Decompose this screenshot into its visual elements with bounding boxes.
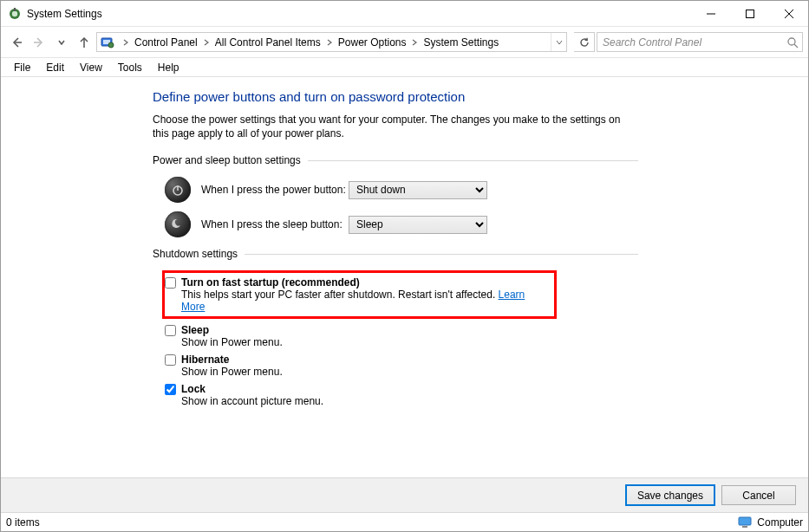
- divider: [308, 160, 638, 161]
- sleep-button-label: When I press the sleep button:: [201, 218, 349, 230]
- window-controls: [691, 1, 808, 26]
- svg-point-1: [12, 10, 17, 16]
- search-input[interactable]: [597, 36, 783, 49]
- menu-tools[interactable]: Tools: [110, 60, 150, 75]
- search-icon[interactable]: [783, 36, 802, 49]
- menu-file[interactable]: File: [6, 60, 38, 75]
- section-power-sleep-heading: Power and sleep button settings: [153, 154, 638, 166]
- status-item-count: 0 items: [6, 516, 40, 529]
- recent-dropdown[interactable]: [51, 32, 72, 53]
- control-panel-icon: [99, 34, 116, 51]
- sleep-button-row: When I press the sleep button: Sleep: [153, 211, 638, 237]
- crumb-power-options[interactable]: Power Options: [336, 36, 409, 49]
- svg-rect-18: [742, 526, 747, 528]
- nav-toolbar: Control Panel All Control Panel Items Po…: [1, 27, 808, 58]
- minimize-button[interactable]: [691, 1, 730, 26]
- fast-startup-title: Turn on fast startup (recommended): [181, 276, 360, 289]
- titlebar: System Settings: [1, 1, 808, 27]
- lock-checkbox[interactable]: [165, 384, 176, 395]
- hibernate-title: Hibernate: [181, 354, 229, 366]
- crumb-control-panel[interactable]: Control Panel: [132, 36, 200, 49]
- fast-startup-checkbox[interactable]: [165, 277, 176, 289]
- crumb-all-items[interactable]: All Control Panel Items: [212, 36, 323, 49]
- statusbar: 0 items Computer: [1, 512, 808, 531]
- page-heading: Define power buttons and turn on passwor…: [153, 89, 638, 104]
- refresh-button[interactable]: [574, 32, 595, 52]
- breadcrumb[interactable]: Control Panel All Control Panel Items Po…: [96, 32, 567, 52]
- sleep-title: Sleep: [181, 324, 209, 336]
- sleep-button-select[interactable]: Sleep: [349, 216, 487, 234]
- computer-icon: [738, 516, 752, 529]
- power-button-row: When I press the power button: Shut down: [153, 177, 638, 203]
- close-button[interactable]: [769, 1, 808, 26]
- power-button-label: When I press the power button:: [201, 184, 349, 196]
- section-shutdown-title: Shutdown settings: [153, 248, 238, 260]
- action-bar: Save changes Cancel: [1, 477, 808, 512]
- window-title: System Settings: [27, 8, 102, 20]
- search-box[interactable]: [597, 32, 803, 52]
- section-shutdown-heading: Shutdown settings: [153, 248, 638, 260]
- up-button[interactable]: [74, 32, 95, 53]
- menubar: File Edit View Tools Help: [1, 58, 808, 77]
- divider: [245, 254, 638, 255]
- page-description: Choose the power settings that you want …: [153, 113, 638, 140]
- content-area: Define power buttons and turn on passwor…: [1, 77, 808, 477]
- svg-rect-2: [14, 8, 16, 11]
- menu-help[interactable]: Help: [150, 60, 187, 75]
- power-button-select[interactable]: Shut down: [349, 181, 487, 199]
- status-location: Computer: [757, 516, 803, 529]
- lock-desc: Show in account picture menu.: [181, 395, 638, 407]
- back-button[interactable]: [6, 32, 27, 53]
- menu-view[interactable]: View: [72, 60, 110, 75]
- app-icon: [8, 7, 22, 21]
- sleep-desc: Show in Power menu.: [181, 336, 638, 348]
- save-changes-button[interactable]: Save changes: [626, 485, 714, 505]
- crumb-system-settings[interactable]: System Settings: [421, 36, 501, 49]
- highlighted-fast-startup: Turn on fast startup (recommended) This …: [162, 270, 557, 319]
- svg-point-12: [108, 42, 114, 48]
- chevron-right-icon[interactable]: [200, 38, 212, 47]
- sleep-checkbox[interactable]: [165, 325, 176, 336]
- svg-point-13: [788, 38, 795, 45]
- sleep-icon: [165, 211, 191, 237]
- chevron-right-icon[interactable]: [408, 38, 421, 47]
- lock-title: Lock: [181, 383, 206, 395]
- forward-button[interactable]: [29, 32, 49, 53]
- menu-edit[interactable]: Edit: [38, 60, 72, 75]
- power-icon: [165, 177, 191, 203]
- fast-startup-desc: This helps start your PC faster after sh…: [181, 289, 551, 313]
- svg-rect-17: [739, 517, 751, 525]
- shutdown-settings-list: Turn on fast startup (recommended) This …: [153, 270, 638, 407]
- hibernate-checkbox[interactable]: [165, 354, 176, 366]
- hibernate-desc: Show in Power menu.: [181, 366, 638, 378]
- chevron-right-icon[interactable]: [120, 38, 132, 47]
- svg-line-14: [794, 44, 798, 48]
- cancel-button[interactable]: Cancel: [721, 485, 796, 505]
- maximize-button[interactable]: [730, 1, 769, 26]
- breadcrumb-dropdown[interactable]: [551, 33, 566, 51]
- svg-rect-4: [746, 10, 754, 17]
- section-power-sleep-title: Power and sleep button settings: [153, 154, 301, 166]
- chevron-right-icon[interactable]: [323, 38, 336, 47]
